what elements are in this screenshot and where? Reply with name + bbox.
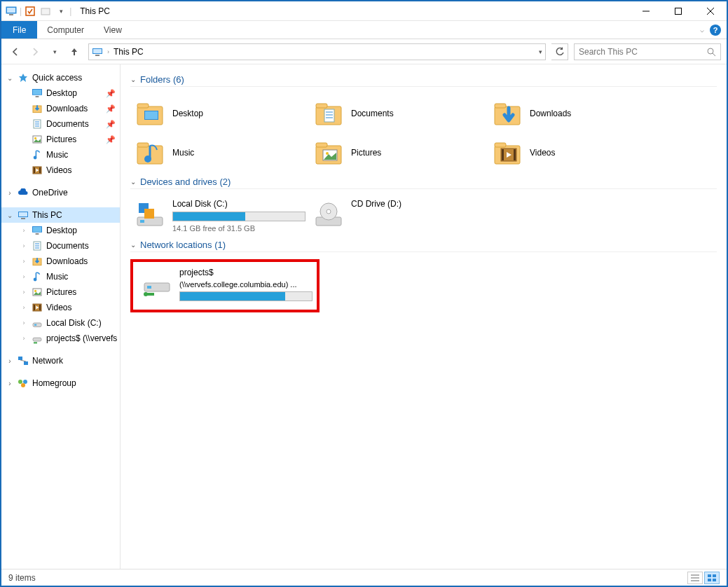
caret-down-icon[interactable]: ⌄	[6, 74, 14, 82]
up-button[interactable]	[66, 43, 83, 60]
search-icon[interactable]	[706, 47, 716, 57]
details-view-button[interactable]	[687, 572, 703, 584]
tree-pc-netdrive[interactable]: ›projects$ (\\vervefs	[15, 331, 120, 346]
view-toggles	[687, 572, 720, 584]
tree-pc-documents[interactable]: ›Documents	[15, 238, 120, 254]
folder-tile-music[interactable]: Music	[130, 133, 309, 172]
tree-qa-documents[interactable]: Documents📌	[15, 116, 120, 132]
minimize-button[interactable]	[630, 1, 662, 21]
address-dropdown-icon[interactable]: ▾	[539, 48, 542, 55]
section-title: Folders (6)	[140, 74, 184, 85]
properties-icon[interactable]	[23, 4, 37, 18]
breadcrumb-this-pc[interactable]: This PC	[114, 47, 144, 57]
svg-point-39	[34, 278, 37, 282]
tree-network[interactable]: › Network	[1, 353, 120, 368]
tree-pc-videos[interactable]: ›Videos	[15, 300, 120, 315]
drives-grid: Local Disk (C:) 14.1 GB free of 31.5 GB …	[130, 196, 717, 235]
tree-qa-pictures[interactable]: Pictures📌	[15, 132, 120, 147]
tree-pc-downloads[interactable]: ›Downloads	[15, 254, 120, 269]
forward-button[interactable]	[27, 43, 43, 60]
navigation-tree: ⌄ Quick access Desktop📌Downloads📌Documen…	[1, 64, 121, 569]
drive-usage-bar	[172, 212, 305, 221]
caret-right-icon[interactable]: ›	[20, 242, 28, 249]
tree-homegroup[interactable]: › Homegroup	[1, 375, 120, 391]
svg-rect-4	[41, 8, 50, 15]
menu-view[interactable]: View	[94, 21, 132, 39]
caret-right-icon[interactable]: ›	[20, 273, 28, 280]
caret-right-icon[interactable]: ›	[20, 258, 28, 265]
highlighted-network-share: projects$ (\\vervefs.college.columbia.ed…	[130, 259, 320, 312]
menu-file[interactable]: File	[1, 21, 37, 39]
svg-rect-58	[145, 111, 158, 119]
caret-right-icon[interactable]: ›	[20, 304, 28, 311]
svg-point-54	[21, 383, 25, 387]
tree-onedrive[interactable]: › OneDrive	[1, 185, 120, 200]
cd-drive-tile[interactable]: CD Drive (D:)	[309, 196, 488, 235]
network-share-tile[interactable]: projects$ (\\vervefs.college.columbia.ed…	[137, 265, 313, 304]
folder-tile-downloads[interactable]: Downloads	[488, 94, 666, 133]
tree-this-pc[interactable]: ⌄ This PC	[1, 207, 120, 223]
svg-line-13	[713, 53, 715, 56]
folder-tile-pictures[interactable]: Pictures	[309, 133, 488, 172]
caret-right-icon[interactable]: ›	[20, 319, 28, 326]
svg-rect-56	[137, 104, 149, 108]
caret-down-icon[interactable]: ⌄	[6, 212, 14, 219]
maximize-button[interactable]	[662, 1, 694, 21]
tree-qa-desktop[interactable]: Desktop📌	[15, 85, 120, 101]
qat-dropdown-icon[interactable]: ▾	[54, 4, 68, 18]
tree-pc-drive[interactable]: ›Local Disk (C:)	[15, 315, 120, 331]
pin-icon: 📌	[106, 120, 116, 129]
status-bar: 9 items	[1, 569, 727, 586]
status-text: 9 items	[8, 573, 36, 583]
section-network-header[interactable]: ⌄ Network locations (1)	[130, 240, 717, 252]
caret-right-icon[interactable]: ›	[6, 357, 14, 365]
section-drives-header[interactable]: ⌄ Devices and drives (2)	[130, 177, 717, 189]
tiles-view-button[interactable]	[704, 572, 720, 584]
folder-label: Videos	[530, 148, 555, 158]
drive-label: CD Drive (D:)	[351, 199, 401, 209]
svg-rect-26	[34, 167, 35, 173]
recent-locations-button[interactable]: ▾	[46, 43, 63, 60]
caret-right-icon[interactable]: ›	[20, 335, 28, 342]
label: Downloads	[46, 256, 88, 266]
tree-pc-desktop[interactable]: ›Desktop	[15, 223, 120, 238]
svg-rect-33	[36, 233, 39, 235]
folder-tile-documents[interactable]: Documents	[309, 94, 488, 133]
tree-qa-music[interactable]: Music	[15, 147, 120, 163]
caret-right-icon[interactable]: ›	[6, 380, 14, 387]
svg-rect-80	[140, 220, 144, 223]
folder-tile-videos[interactable]: Videos	[488, 133, 666, 172]
refresh-button[interactable]	[551, 43, 568, 60]
help-icon[interactable]: ?	[710, 25, 721, 36]
local-disk-tile[interactable]: Local Disk (C:) 14.1 GB free of 31.5 GB	[130, 196, 309, 235]
tree-pc-pictures[interactable]: ›Pictures	[15, 284, 120, 300]
search-input[interactable]	[579, 47, 698, 57]
tree-quick-access[interactable]: ⌄ Quick access	[1, 70, 120, 85]
section-folders-header[interactable]: ⌄ Folders (6)	[130, 74, 717, 87]
label: Desktop	[46, 88, 77, 98]
address-bar[interactable]: › This PC ▾	[88, 43, 546, 60]
tree-pc-music[interactable]: ›Music	[15, 269, 120, 284]
videos-icon	[31, 164, 43, 177]
folder-label: Documents	[351, 109, 394, 118]
caret-right-icon[interactable]: ›	[6, 189, 14, 197]
svg-rect-15	[33, 90, 41, 95]
caret-right-icon[interactable]: ›	[20, 227, 28, 234]
label: Documents	[46, 241, 89, 251]
qat-divider: |	[20, 6, 22, 16]
svg-point-12	[708, 48, 713, 54]
tree-qa-videos[interactable]: Videos	[15, 163, 120, 178]
label: Pictures	[46, 134, 76, 144]
close-button[interactable]	[694, 1, 727, 21]
new-folder-icon[interactable]	[39, 4, 53, 18]
search-box[interactable]	[574, 43, 721, 60]
caret-right-icon[interactable]: ›	[20, 289, 28, 296]
ribbon-expand-icon[interactable]: ⌵	[700, 26, 704, 34]
folder-tile-desktop[interactable]: Desktop	[130, 94, 309, 133]
music-folder-icon	[135, 137, 165, 168]
menu-computer[interactable]: Computer	[37, 21, 94, 39]
folder-label: Downloads	[530, 109, 571, 118]
tree-qa-downloads[interactable]: Downloads📌	[15, 101, 120, 116]
back-button[interactable]	[7, 43, 24, 60]
videos-folder-icon	[492, 137, 523, 168]
